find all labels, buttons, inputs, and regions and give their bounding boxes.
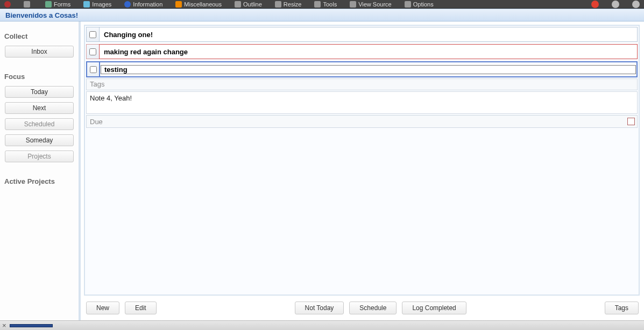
page-title-bar: Bienvenidos a Cosas! <box>0 9 644 21</box>
task-checkbox[interactable] <box>90 66 97 73</box>
focus-heading: Focus <box>4 73 74 81</box>
notes-field[interactable]: Note 4, Yeah! <box>86 91 638 114</box>
schedule-button[interactable]: Schedule <box>349 302 397 314</box>
close-icon[interactable] <box>591 1 599 8</box>
task-row-selected[interactable]: testing <box>86 61 638 77</box>
task-row[interactable]: making red again change <box>86 44 638 59</box>
not-today-button[interactable]: Not Today <box>295 302 344 314</box>
sidebar-next-button[interactable]: Next <box>5 102 74 114</box>
browser-dev-toolbar: Forms Images Information Miscellaneous O… <box>0 0 644 9</box>
sidebar: Collect Inbox Focus Today Next Scheduled… <box>0 21 80 320</box>
sidebar-inbox-button[interactable]: Inbox <box>5 46 74 58</box>
toolbar-item[interactable]: Resize <box>275 1 302 8</box>
toolbar-item[interactable] <box>24 1 32 8</box>
task-title[interactable]: Changing one! <box>99 27 638 42</box>
maximize-icon[interactable] <box>632 1 640 8</box>
tags-field[interactable]: Tags <box>86 78 638 90</box>
sidebar-projects-button[interactable]: Projects <box>5 150 74 162</box>
sidebar-today-button[interactable]: Today <box>5 86 74 98</box>
progress-indicator <box>10 324 53 327</box>
toolbar-item[interactable]: Options <box>405 1 434 8</box>
tags-button[interactable]: Tags <box>605 302 639 314</box>
content-area: Changing one! making red again change te… <box>80 21 644 320</box>
status-close-icon[interactable]: × <box>2 321 6 329</box>
task-row[interactable]: Changing one! <box>86 27 638 42</box>
toolbar-item[interactable]: Forms <box>45 1 70 8</box>
task-checkbox[interactable] <box>89 31 96 38</box>
due-field[interactable]: Due <box>86 115 638 128</box>
page-title: Bienvenidos a Cosas! <box>5 11 78 19</box>
task-title-input[interactable]: testing <box>101 65 636 74</box>
sidebar-someday-button[interactable]: Someday <box>5 134 74 146</box>
task-title[interactable]: making red again change <box>99 44 638 59</box>
edit-button[interactable]: Edit <box>125 302 157 314</box>
toolbar-item[interactable]: Information <box>124 1 162 8</box>
action-bar: New Edit Not Today Schedule Log Complete… <box>86 300 639 316</box>
minimize-icon[interactable] <box>612 1 619 8</box>
toolbar-item[interactable]: Outline <box>235 1 262 8</box>
toolbar-item[interactable]: Miscellaneous <box>175 1 222 8</box>
status-bar: × <box>0 320 644 330</box>
calendar-icon[interactable] <box>627 118 635 125</box>
new-button[interactable]: New <box>86 302 119 314</box>
collect-heading: Collect <box>4 32 74 40</box>
active-projects-heading: Active Projects <box>4 177 74 185</box>
toolbar-item[interactable]: View Source <box>350 1 392 8</box>
task-checkbox[interactable] <box>89 48 96 55</box>
toolbar-item[interactable]: Images <box>83 1 111 8</box>
toolbar-item[interactable]: Tools <box>314 1 337 8</box>
log-completed-button[interactable]: Log Completed <box>402 302 466 314</box>
sidebar-scheduled-button[interactable]: Scheduled <box>5 118 74 130</box>
